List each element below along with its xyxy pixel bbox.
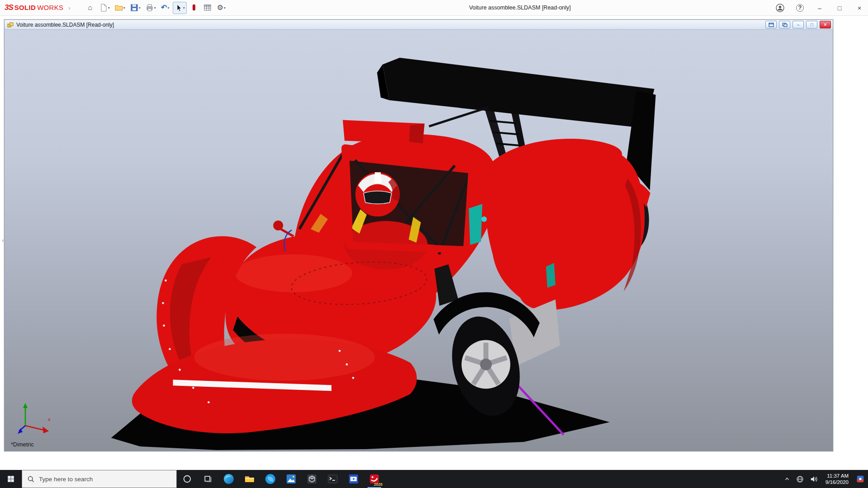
network-button[interactable] xyxy=(796,475,804,483)
close-button[interactable]: × xyxy=(855,5,863,12)
dropdown-arrow[interactable]: ▾ xyxy=(108,6,110,10)
document-window: Voiture assomblee.SLDASM [Read-only] – □… xyxy=(4,19,833,451)
speaker-icon xyxy=(810,475,818,483)
wing-brace xyxy=(429,108,488,127)
open-folder-icon xyxy=(115,4,123,12)
window-icon xyxy=(769,23,774,27)
search-input[interactable] xyxy=(39,476,165,483)
select-tool-button[interactable]: ▾ xyxy=(173,2,187,14)
cyan-marker xyxy=(481,216,487,222)
tray-expand-button[interactable] xyxy=(784,476,790,482)
assembly-file-icon xyxy=(7,22,14,28)
task-view-button[interactable] xyxy=(198,470,218,488)
select-arrow-icon xyxy=(175,4,183,12)
file-explorer-icon xyxy=(244,474,255,484)
taskbar-app-terminal[interactable] xyxy=(322,470,343,488)
view-orientation-label: *Dimetric xyxy=(11,441,34,448)
taskbar-clock[interactable]: 11:37 AM 9/16/2020 xyxy=(824,473,850,485)
home-icon: ⌂ xyxy=(88,4,92,11)
volume-button[interactable] xyxy=(810,475,818,483)
quick-access-toolbar: ⌂ ▾ ▾ ▾ xyxy=(84,2,227,14)
dropdown-arrow[interactable]: ▾ xyxy=(167,6,169,10)
browser-icon xyxy=(265,474,276,484)
brand-works: WORKS xyxy=(37,4,63,11)
undo-button[interactable]: ↶ ▾ xyxy=(159,2,171,14)
doc-close-button[interactable]: × xyxy=(820,21,831,28)
document-controls: – □ × xyxy=(765,21,831,28)
taskbar-app-photos[interactable] xyxy=(281,470,302,488)
photos-icon xyxy=(286,474,297,484)
chevron-up-icon xyxy=(784,476,790,482)
media-app-icon xyxy=(348,474,359,484)
notification-button[interactable] xyxy=(856,475,864,483)
app-titlebar: 3S SOLID WORKS › ⌂ ▾ ▾ xyxy=(0,0,868,16)
table-icon xyxy=(203,4,212,12)
tray-app-icon xyxy=(856,475,864,483)
save-button[interactable]: ▾ xyxy=(128,2,142,14)
terminal-icon xyxy=(327,474,338,484)
headrest-shade xyxy=(409,124,425,144)
car-model[interactable] xyxy=(111,58,656,450)
clock-time: 11:37 AM xyxy=(826,473,849,479)
windows-logo-icon xyxy=(7,475,15,483)
dropdown-arrow[interactable]: ▾ xyxy=(154,6,156,10)
maximize-button[interactable]: □ xyxy=(835,5,844,12)
taskbar: 2020 1 xyxy=(0,470,868,488)
options-button[interactable]: ⚙ ▾ xyxy=(215,2,227,14)
start-button[interactable] xyxy=(0,470,22,488)
document-titlebar[interactable]: Voiture assomblee.SLDASM [Read-only] – □… xyxy=(5,20,833,30)
dropdown-arrow[interactable]: ▾ xyxy=(123,6,125,10)
minimize-button[interactable]: – xyxy=(816,5,824,12)
account-icon[interactable] xyxy=(776,4,784,12)
cad-cube-icon xyxy=(307,474,317,484)
new-document-button[interactable]: ▾ xyxy=(98,2,112,14)
undo-icon: ↶ xyxy=(161,4,167,11)
dropdown-arrow[interactable]: ▾ xyxy=(183,6,185,10)
evaluate-table-button[interactable] xyxy=(202,2,214,14)
orientation-triad xyxy=(14,402,60,436)
taskbar-app-edge[interactable] xyxy=(218,470,239,488)
document-title: Voiture assomblee.SLDASM [Read-only] xyxy=(16,22,114,28)
solidworks-year-badge: 2020 xyxy=(374,482,382,487)
help-icon[interactable]: ? xyxy=(796,4,804,12)
doc-window-button-2[interactable] xyxy=(779,21,790,28)
appearance-button[interactable] xyxy=(188,2,200,14)
doc-minimize-button[interactable]: – xyxy=(793,21,804,28)
doc-restore-button[interactable]: □ xyxy=(806,21,817,28)
print-icon xyxy=(146,4,154,12)
dropdown-arrow[interactable]: ▾ xyxy=(139,6,141,10)
side-window-glass xyxy=(546,263,556,288)
triad-x-label: x xyxy=(48,417,51,422)
model-viewport-scene[interactable] xyxy=(5,30,833,451)
driver-helmet xyxy=(355,172,400,216)
graphics-viewport[interactable]: x *Dimetric xyxy=(5,30,833,451)
appearance-icon xyxy=(190,4,198,12)
cortana-button[interactable] xyxy=(177,470,198,488)
gear-icon: ⚙ xyxy=(217,4,223,11)
network-globe-icon xyxy=(796,475,804,483)
taskbar-app-solidworks[interactable]: 2020 xyxy=(364,470,385,488)
open-button[interactable]: ▾ xyxy=(113,2,127,14)
cockpit-side-glass xyxy=(469,204,482,245)
dassault-3ds-mark: 3S xyxy=(5,3,13,12)
taskbar-app-file-explorer[interactable] xyxy=(239,470,260,488)
home-button[interactable]: ⌂ xyxy=(84,2,96,14)
print-button[interactable]: ▾ xyxy=(144,2,158,14)
cortana-icon xyxy=(183,474,192,483)
doc-window-button-1[interactable] xyxy=(765,21,777,28)
new-document-icon xyxy=(99,4,108,12)
taskbar-app-cad-viewer[interactable] xyxy=(302,470,322,488)
dropdown-arrow[interactable]: ▾ xyxy=(224,6,226,10)
solidworks-logo: 3S SOLID WORKS › xyxy=(0,3,71,12)
taskbar-app-browser[interactable] xyxy=(260,470,281,488)
nose-highlight xyxy=(194,334,375,381)
app-window-title: Voiture assomblee.SLDASM [Read-only] xyxy=(452,0,588,16)
window-icon xyxy=(782,23,788,27)
hood-highlight xyxy=(235,254,352,292)
app-window-controls: ? – □ × xyxy=(776,0,863,16)
taskbar-app-media[interactable] xyxy=(343,470,364,488)
logo-expand-arrow[interactable]: › xyxy=(68,5,70,11)
brand-solid: SOLID xyxy=(14,4,36,11)
screen: 3S SOLID WORKS › ⌂ ▾ ▾ xyxy=(0,0,868,488)
taskbar-search[interactable] xyxy=(22,470,177,488)
